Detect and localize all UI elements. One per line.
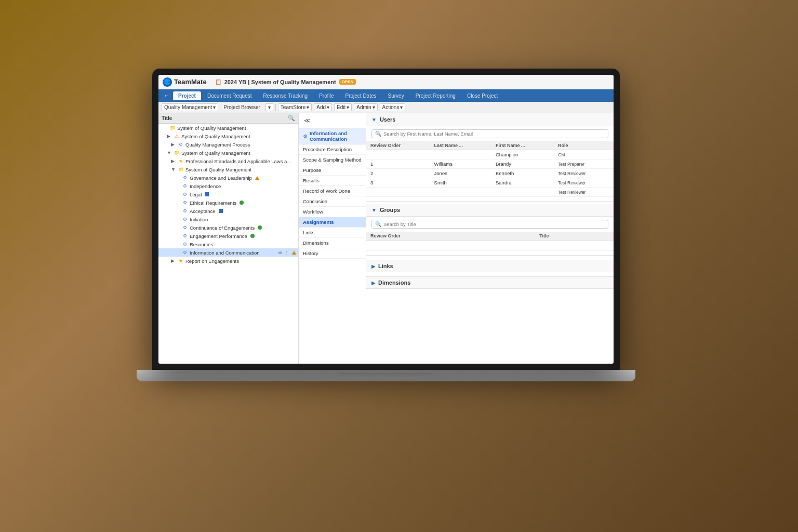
tree-item-2[interactable]: ▶ ⚠ System of Quality Management <box>158 132 298 140</box>
actions-dropdown[interactable]: Actions ▾ <box>380 103 406 111</box>
col-review-order: Review Order <box>366 141 430 150</box>
settings-icon: ⚙ <box>182 208 188 214</box>
tree-label: Legal <box>190 192 202 197</box>
tree-item-9[interactable]: ⚙ Legal <box>158 190 298 198</box>
nav-purpose[interactable]: Purpose <box>299 165 366 176</box>
tab-project-reporting[interactable]: Project Reporting <box>410 91 461 100</box>
last-name: Smith <box>430 178 491 188</box>
tab-profile[interactable]: Profile <box>314 91 339 100</box>
user-row-champion[interactable]: Champion CM <box>366 150 614 159</box>
tree-item-3[interactable]: ▶ ⚙ Quality Management Process <box>158 140 298 149</box>
settings-icon: ⚙ <box>182 233 188 239</box>
settings-icon: ⚙ <box>182 216 188 222</box>
review-order: 2 <box>366 169 430 178</box>
user-row-empty[interactable]: Test Reviewer <box>366 188 614 197</box>
role: Test Preparer <box>554 159 614 169</box>
main-content: Title 🔍 📁 System of Quality Management ▶ <box>158 113 614 364</box>
tree-item-16[interactable]: ⚙ Information and Communication ≪ ⋮ <box>158 248 298 257</box>
nav-links[interactable]: Links <box>299 228 366 238</box>
status-square-icon <box>205 192 209 196</box>
col-first-name: First Name ... <box>491 141 554 150</box>
admin-dropdown[interactable]: Admin ▾ <box>354 103 377 111</box>
tree-item-6[interactable]: ▼ 📁 System of Quality Mangement <box>158 165 298 174</box>
groups-section-header[interactable]: ▼ Groups <box>366 204 614 217</box>
search-icon[interactable]: 🔍 <box>288 115 295 122</box>
app-title: TeamMate <box>174 78 207 86</box>
groups-search-bar[interactable]: 🔍 <box>371 220 608 229</box>
chevron-right-icon: ▶ <box>371 263 376 269</box>
tab-close-project[interactable]: Close Project <box>462 91 503 100</box>
status-triangle-icon <box>292 251 296 255</box>
tree-item-13[interactable]: ⚙ Continuance of Engagements <box>158 223 298 232</box>
settings-icon: ⚙ <box>182 241 188 247</box>
teamstore-dropdown[interactable]: TeamStore ▾ <box>278 103 312 111</box>
dimensions-collapse-header[interactable]: ▶ Dimensions <box>366 276 614 289</box>
folder-icon: 📁 <box>174 150 180 156</box>
nav-assignments[interactable]: Assignments <box>299 217 366 228</box>
tree-item-11[interactable]: ⚙ Acceptance <box>158 207 298 215</box>
project-browser-dropdown[interactable]: ▾ <box>265 103 273 111</box>
tree-item-1[interactable]: 📁 System of Quality Management <box>158 124 298 132</box>
users-search-input[interactable] <box>383 131 605 137</box>
tree-label: System of Quality Management <box>177 125 246 131</box>
tab-response-tracking[interactable]: Response Tracking <box>258 91 313 100</box>
status-dot-green-icon <box>240 201 244 205</box>
nav-scope-sampling[interactable]: Scope & Sampling Method <box>299 155 366 165</box>
tree-action-1[interactable]: ≪ <box>277 250 283 256</box>
settings-icon: ⚙ <box>182 175 188 181</box>
links-collapse-header[interactable]: ▶ Links <box>366 260 614 272</box>
tree-item-5[interactable]: ▶ ★ Professional Standards and Applicabl… <box>158 157 298 165</box>
nav-tabs: ← Project Document Request Response Trac… <box>158 89 614 102</box>
groups-section: ▼ Groups 🔍 Review Order Title <box>366 204 614 256</box>
tab-document-request[interactable]: Document Request <box>202 91 257 100</box>
project-browser-btn[interactable]: Project Browser <box>220 104 263 111</box>
tree-item-10[interactable]: ⚙ Ethical Requirements <box>158 198 298 207</box>
settings-icon: ⚙ <box>182 200 188 206</box>
nav-workflow[interactable]: Workflow <box>299 207 366 217</box>
back-button[interactable]: ← <box>161 91 173 100</box>
user-row-smith[interactable]: 3 Smith Sandra Test Reviewer <box>366 178 614 188</box>
first-name: Sandra <box>491 178 554 188</box>
tab-survey[interactable]: Survey <box>383 91 409 100</box>
tree-item-17[interactable]: ▶ ★ Report on Engagements <box>158 257 298 265</box>
nav-conclusion[interactable]: Conclusion <box>299 196 366 207</box>
user-row-williams[interactable]: 1 Williams Brandy Test Preparer <box>366 159 614 169</box>
search-icon: 🔍 <box>375 131 381 137</box>
tree-item-14[interactable]: ⚙ Engagement Performance <box>158 232 298 240</box>
users-search-bar[interactable]: 🔍 <box>371 129 608 138</box>
trackpad <box>339 373 433 378</box>
links-title: Links <box>378 263 393 269</box>
tree-label: Continuance of Engagements <box>190 225 255 231</box>
expand-icon: ▶ <box>171 142 176 147</box>
nav-history[interactable]: History <box>299 248 366 259</box>
tree-label: Information and Communication <box>190 250 260 256</box>
tree-action-2[interactable]: ⋮ <box>284 250 289 256</box>
nav-record-work[interactable]: Record of Work Done <box>299 186 366 196</box>
tree-container[interactable]: 📁 System of Quality Management ▶ ⚠ Syste… <box>158 124 298 364</box>
nav-results[interactable]: Results <box>299 176 366 186</box>
nav-procedure-desc[interactable]: Procedure Description <box>299 144 366 155</box>
tree-item-4[interactable]: ▼ 📁 System of Quality Management <box>158 149 298 157</box>
user-row-jones[interactable]: 2 Jones Kenneth Test Reviewer <box>366 169 614 178</box>
tree-item-8[interactable]: ⚙ Independence <box>158 182 298 190</box>
toolbar-separator-1 <box>275 104 276 111</box>
collapse-button[interactable]: ≪ <box>302 115 313 126</box>
quality-management-dropdown[interactable]: Quality Management ▾ <box>162 103 218 111</box>
project-icon: 📋 <box>215 79 221 85</box>
tree-label: Report on Engagements <box>185 258 239 264</box>
edit-dropdown[interactable]: Edit ▾ <box>334 103 352 111</box>
tab-project[interactable]: Project <box>173 91 201 100</box>
tree-label: Quality Management Process <box>185 142 250 148</box>
add-dropdown[interactable]: Add ▾ <box>314 103 332 111</box>
nav-dimensions[interactable]: Dimensions <box>299 238 366 248</box>
tree-label: Resources <box>190 242 213 247</box>
groups-search-input[interactable] <box>383 221 605 227</box>
tree-item-15[interactable]: ⚙ Resources <box>158 240 298 248</box>
tab-project-dates[interactable]: Project Dates <box>340 91 381 100</box>
settings-icon: ⚙ <box>182 183 188 189</box>
tree-item-12[interactable]: ⚙ Initiation <box>158 215 298 223</box>
settings-icon-detail: ⚙ <box>303 134 308 139</box>
users-section-header[interactable]: ▼ Users <box>366 113 614 126</box>
tree-label: Initiation <box>190 217 208 222</box>
tree-item-7[interactable]: ⚙ Governance and Leadership <box>158 174 298 182</box>
